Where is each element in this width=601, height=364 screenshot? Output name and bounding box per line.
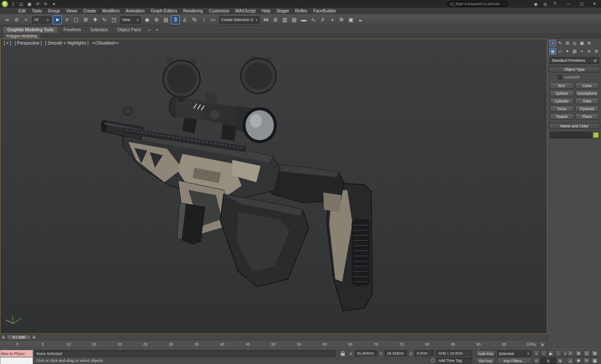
- primitive-pyramid-button[interactable]: Pyramid: [575, 105, 599, 112]
- key-mode-toggle-button[interactable]: ◇: [533, 358, 540, 364]
- lights-category-icon[interactable]: ✦: [564, 48, 571, 54]
- set-key-button[interactable]: Set Key: [476, 358, 495, 364]
- ribbon-pin-icon[interactable]: ▭: [146, 27, 153, 33]
- maxscript-mini-listener-macro[interactable]: Max to Physc:: [0, 350, 33, 357]
- selection-filter-dropdown[interactable]: All▼: [32, 16, 51, 24]
- menu-facebuilder[interactable]: FaceBuilder: [310, 9, 339, 13]
- pan-icon[interactable]: ✚: [575, 358, 582, 364]
- ribbon-tab-selection[interactable]: Selection: [86, 27, 112, 33]
- ribbon-minimize-icon[interactable]: ▾: [154, 27, 161, 33]
- viewport-shading-menu[interactable]: [ Smooth + Highlights ]: [45, 41, 88, 45]
- primitive-sphere-button[interactable]: Sphere: [550, 90, 574, 96]
- play-button[interactable]: ▶: [548, 350, 554, 357]
- select-and-rotate-icon[interactable]: ↻: [100, 15, 109, 24]
- orbit-icon[interactable]: ↻: [583, 358, 590, 364]
- select-and-scale-icon[interactable]: ◳: [109, 15, 118, 24]
- systems-category-icon[interactable]: ⚙: [593, 48, 600, 54]
- current-frame-field[interactable]: 0: [540, 358, 556, 364]
- toggle-ribbon-icon[interactable]: ▬: [299, 15, 308, 24]
- toggle-layer-explorer-icon[interactable]: ▤: [290, 15, 299, 24]
- primitive-box-button[interactable]: Box: [550, 82, 574, 89]
- time-slider-next-arrow[interactable]: ▸: [32, 335, 36, 340]
- rectangular-selection-region-icon[interactable]: ▢: [72, 15, 81, 24]
- app-logo[interactable]: S: [2, 1, 8, 7]
- primitive-geosphere-button[interactable]: GeoSphere: [575, 90, 599, 96]
- motion-tab-icon[interactable]: ◎: [571, 40, 578, 46]
- unlink-selection-icon[interactable]: ⊘: [12, 15, 21, 24]
- menu-stager[interactable]: Stager: [273, 9, 292, 13]
- auto-key-button[interactable]: Auto Key: [476, 350, 495, 357]
- z-coordinate-field[interactable]: 0.0cm: [415, 350, 434, 356]
- menu-modifiers[interactable]: Modifiers: [99, 9, 123, 13]
- previous-frame-button[interactable]: ‹: [540, 350, 547, 357]
- maxscript-mini-listener-input[interactable]: [0, 357, 33, 364]
- viewport-pov-menu[interactable]: [ Perspective ]: [15, 41, 42, 45]
- reference-coordinate-system-dropdown[interactable]: View▼: [120, 16, 141, 24]
- space-warps-category-icon[interactable]: ≋: [586, 48, 592, 54]
- ribbon-tab-freeform[interactable]: Freeform: [59, 27, 85, 33]
- object-name-field[interactable]: [550, 132, 592, 138]
- display-tab-icon[interactable]: ▣: [579, 40, 585, 46]
- utilities-tab-icon[interactable]: ⚙: [586, 40, 592, 46]
- bind-to-space-warp-icon[interactable]: ≈: [21, 15, 30, 24]
- named-selection-sets-dropdown[interactable]: Create Selection S▼: [219, 16, 260, 24]
- minimize-button[interactable]: —: [562, 0, 575, 8]
- autogrid-checkbox[interactable]: [558, 75, 562, 79]
- zoom-all-icon[interactable]: ⊕: [575, 350, 582, 357]
- primitive-plane-button[interactable]: Plane: [575, 113, 599, 120]
- render-production-icon[interactable]: ☕: [356, 15, 365, 24]
- time-slider-handle[interactable]: 0 / 100: [7, 335, 31, 340]
- edit-named-selection-sets-icon[interactable]: ▭: [209, 15, 218, 24]
- time-slider[interactable]: ◂ 0 / 100 ▸: [0, 334, 547, 340]
- x-coordinate-field[interactable]: 31.404cm: [355, 350, 377, 356]
- menu-tools[interactable]: Tools: [29, 9, 45, 13]
- save-icon[interactable]: ▣: [26, 1, 33, 7]
- time-slider-previous-arrow[interactable]: ◂: [1, 335, 6, 340]
- go-to-start-button[interactable]: «: [533, 350, 540, 357]
- ribbon-panel-polygon-modeling[interactable]: Polygon Modeling: [3, 33, 41, 39]
- schematic-view-icon[interactable]: #: [318, 15, 327, 24]
- create-tab-icon[interactable]: ✱: [549, 40, 556, 46]
- zoom-extents-all-icon[interactable]: ⊠: [591, 350, 598, 357]
- shapes-category-icon[interactable]: ▱: [557, 48, 563, 54]
- menu-graph-editors[interactable]: Graph Editors: [148, 9, 180, 13]
- menu-edit[interactable]: Edit: [15, 9, 29, 13]
- select-and-move-icon[interactable]: ✚: [91, 15, 100, 24]
- window-crossing-toggle-icon[interactable]: ⊞: [81, 15, 90, 24]
- rendered-frame-window-icon[interactable]: ▣: [346, 15, 355, 24]
- next-frame-button[interactable]: ›: [555, 350, 562, 357]
- zoom-extents-icon[interactable]: ⊡: [583, 350, 590, 357]
- menu-help[interactable]: Help: [258, 9, 273, 13]
- workspace-dropdown-icon[interactable]: ▾: [50, 1, 58, 7]
- maximize-viewport-icon[interactable]: ▦: [591, 358, 598, 364]
- menu-create[interactable]: Create: [80, 9, 99, 13]
- y-coordinate-field[interactable]: 18.318cm: [385, 350, 407, 356]
- snaps-toggle-icon[interactable]: 3: [171, 15, 180, 24]
- communication-center-icon[interactable]: ◎: [542, 1, 549, 7]
- toggle-scene-explorer-icon[interactable]: ▥: [280, 15, 289, 24]
- selected-set-dropdown[interactable]: Selected ▼: [497, 350, 531, 357]
- primitive-tube-button[interactable]: Tube: [575, 98, 599, 104]
- menu-maxscript[interactable]: MAXScript: [232, 9, 258, 13]
- primitives-dropdown[interactable]: Standard Primitives ▼: [549, 57, 599, 64]
- object-color-swatch[interactable]: [593, 132, 599, 138]
- name-color-rollout-header[interactable]: - Name and Color: [549, 123, 600, 129]
- new-file-icon[interactable]: ▯: [9, 1, 17, 7]
- menu-rendering[interactable]: Rendering: [180, 9, 206, 13]
- select-by-name-icon[interactable]: ≡: [62, 15, 71, 24]
- menu-group[interactable]: Group: [45, 9, 63, 13]
- zoom-icon[interactable]: +: [567, 350, 574, 357]
- geometry-category-icon[interactable]: ◍: [549, 48, 556, 54]
- time-configuration-button[interactable]: ⊚: [557, 358, 563, 364]
- use-pivot-point-center-icon[interactable]: ◉: [143, 15, 152, 24]
- maximize-button[interactable]: ▢: [575, 0, 588, 8]
- track-bar[interactable]: ∿◂ 0510152025303540455055606570758085909…: [0, 340, 547, 349]
- material-editor-icon[interactable]: ◑: [328, 15, 337, 24]
- time-tag-area-icon[interactable]: ◂: [539, 341, 546, 348]
- signin-user-icon[interactable]: ◉: [532, 1, 539, 7]
- select-and-manipulate-icon[interactable]: ⊛: [152, 15, 161, 24]
- select-object-icon[interactable]: ➤: [53, 15, 62, 24]
- select-and-link-icon[interactable]: ∞: [3, 15, 12, 24]
- selection-lock-toggle[interactable]: [341, 353, 345, 356]
- key-filters-button[interactable]: Key Filters...: [497, 358, 531, 364]
